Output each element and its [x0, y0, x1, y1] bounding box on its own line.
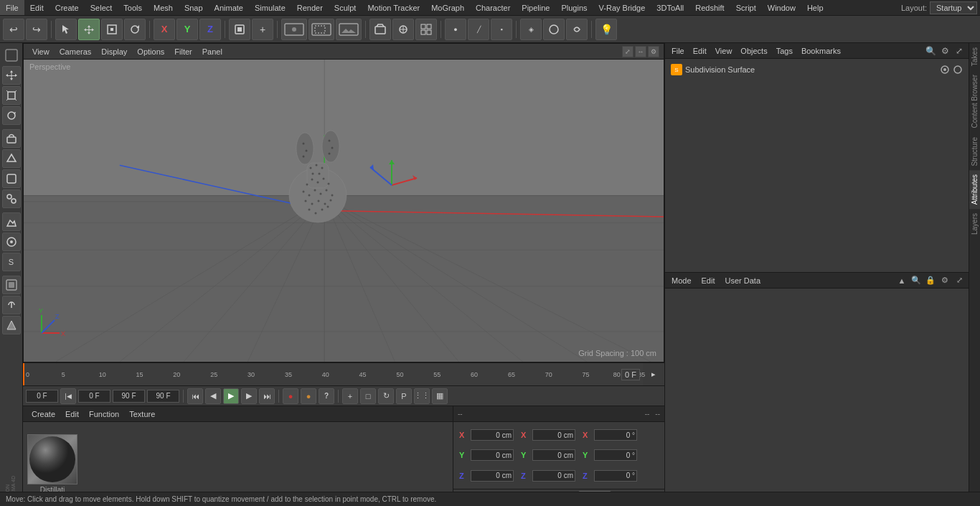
obj-search-icon[interactable]: 🔍: [924, 44, 937, 57]
transform-button[interactable]: +: [252, 19, 273, 40]
frame-max-input[interactable]: [147, 390, 179, 403]
frame-start-input[interactable]: [26, 390, 58, 403]
vp-menu-cameras[interactable]: Cameras: [55, 47, 96, 56]
pb-tool-6[interactable]: ▦: [432, 388, 448, 404]
menu-window[interactable]: Window: [762, 0, 801, 15]
menu-mesh[interactable]: Mesh: [148, 0, 179, 15]
scale-tool-button[interactable]: [101, 19, 123, 40]
mat-menu-create[interactable]: Create: [27, 410, 60, 418]
mat-menu-texture[interactable]: Texture: [125, 410, 159, 418]
loop-select-button[interactable]: [566, 19, 588, 40]
vp-menu-view[interactable]: View: [28, 47, 54, 56]
play-button[interactable]: ▶: [223, 388, 239, 404]
menu-animate[interactable]: Animate: [209, 0, 249, 15]
record-button[interactable]: ●: [283, 388, 298, 404]
tab-structure[interactable]: Structure: [969, 133, 980, 171]
mat-menu-edit[interactable]: Edit: [61, 410, 83, 418]
timeline-ruler[interactable]: 0 5 10 15 20 25 30 35 40 45 50 55: [23, 363, 643, 385]
mat-menu-function[interactable]: Function: [85, 410, 123, 418]
sidebar-btn-6[interactable]: [2, 149, 21, 168]
attr-menu-userdata[interactable]: User Data: [722, 276, 765, 285]
render-output-button[interactable]: [336, 19, 362, 40]
frame-current-input[interactable]: [78, 390, 110, 403]
sidebar-btn-10[interactable]: [2, 233, 21, 251]
vp-sync-button[interactable]: ↔: [635, 46, 646, 57]
vp-settings-button[interactable]: ⚙: [648, 46, 659, 57]
point-mode-button[interactable]: ●: [445, 19, 466, 40]
tl-end-btn[interactable]: ▸: [643, 363, 664, 385]
coord-y2-input[interactable]: [532, 449, 575, 461]
y-axis-button[interactable]: Y: [176, 19, 198, 40]
obj-visible-icon[interactable]: [940, 65, 950, 75]
go-start-button[interactable]: ⏮: [187, 388, 203, 404]
sidebar-btn-9[interactable]: [2, 212, 21, 231]
object-subdivision-surface[interactable]: S Subdivision Surface: [668, 62, 966, 78]
step-forward-button[interactable]: ▶: [241, 388, 257, 404]
tab-takes[interactable]: Takes: [969, 43, 980, 70]
z-axis-button[interactable]: Z: [199, 19, 221, 40]
sidebar-btn-11[interactable]: S: [2, 253, 21, 271]
light-button[interactable]: 💡: [595, 19, 617, 40]
tab-layers[interactable]: Layers: [969, 209, 980, 239]
obj-settings-icon[interactable]: ⚙: [938, 44, 951, 57]
menu-3dtoall[interactable]: 3DToAll: [651, 0, 689, 15]
deselect-button[interactable]: [543, 19, 565, 40]
obj-menu-view[interactable]: View: [712, 47, 736, 55]
menu-edit[interactable]: Edit: [24, 0, 50, 15]
select-tool-button[interactable]: [55, 19, 77, 40]
step-back-button[interactable]: ◀: [205, 388, 221, 404]
coord-z1-input[interactable]: [471, 470, 514, 482]
menu-simulate[interactable]: Simulate: [249, 0, 291, 15]
menu-snap[interactable]: Snap: [179, 0, 209, 15]
select-all-button[interactable]: ◈: [520, 19, 542, 40]
attr-menu-edit[interactable]: Edit: [698, 276, 719, 285]
menu-sculpt[interactable]: Sculpt: [329, 0, 362, 15]
obj-expand-icon[interactable]: ⤢: [953, 44, 966, 57]
frame-end-input[interactable]: [113, 390, 145, 403]
render-view-button[interactable]: [281, 19, 307, 40]
coord-z2-input[interactable]: [532, 470, 575, 482]
vp-menu-display[interactable]: Display: [97, 47, 131, 56]
tab-attributes[interactable]: Attributes: [969, 170, 980, 209]
sidebar-btn-14[interactable]: [2, 316, 21, 334]
sidebar-btn-7[interactable]: [2, 169, 21, 188]
object-mode-button[interactable]: [229, 19, 250, 40]
sidebar-btn-5[interactable]: [2, 129, 21, 148]
obj-menu-bookmarks[interactable]: Bookmarks: [798, 47, 844, 55]
sidebar-btn-move[interactable]: [2, 66, 21, 85]
obj-menu-edit[interactable]: Edit: [689, 47, 710, 55]
menu-create[interactable]: Create: [50, 0, 85, 15]
redo-button[interactable]: ↪: [26, 19, 47, 40]
x-axis-button[interactable]: X: [154, 19, 175, 40]
autokey-button[interactable]: ●: [301, 388, 316, 404]
layout-dropdown[interactable]: Startup: [930, 1, 977, 14]
pb-tool-3[interactable]: ↻: [378, 388, 394, 404]
attr-search-icon[interactable]: 🔍: [910, 274, 923, 287]
obj-menu-file[interactable]: File: [668, 47, 688, 55]
rotate-tool-button[interactable]: [124, 19, 146, 40]
menu-character[interactable]: Character: [470, 0, 516, 15]
menu-script[interactable]: Script: [730, 0, 762, 15]
poly-mode-button[interactable]: ▪: [491, 19, 512, 40]
sidebar-btn-scale[interactable]: [2, 86, 21, 105]
tab-content-browser[interactable]: Content Browser: [969, 70, 980, 132]
pb-tool-4[interactable]: P: [396, 388, 412, 404]
coord-x1-input[interactable]: [471, 429, 514, 441]
menu-pipeline[interactable]: Pipeline: [516, 0, 555, 15]
sidebar-btn-12[interactable]: [2, 276, 21, 294]
attr-up-icon[interactable]: ▲: [895, 274, 908, 287]
obj-menu-tags[interactable]: Tags: [773, 47, 796, 55]
4view-button[interactable]: [415, 19, 437, 40]
sidebar-btn-8[interactable]: [2, 189, 21, 208]
sidebar-btn-rotate[interactable]: [2, 106, 21, 125]
vp-menu-panel[interactable]: Panel: [198, 47, 227, 56]
obj-menu-objects[interactable]: Objects: [737, 47, 771, 55]
attr-lock-icon[interactable]: 🔒: [924, 274, 937, 287]
sidebar-btn-13[interactable]: [2, 296, 21, 314]
menu-plugins[interactable]: Plugins: [555, 0, 593, 15]
coord-y3-input[interactable]: [594, 449, 637, 461]
top-view-button[interactable]: [392, 19, 414, 40]
vp-menu-options[interactable]: Options: [133, 47, 169, 56]
edge-mode-button[interactable]: ╱: [468, 19, 489, 40]
perspective-view-button[interactable]: [369, 19, 391, 40]
